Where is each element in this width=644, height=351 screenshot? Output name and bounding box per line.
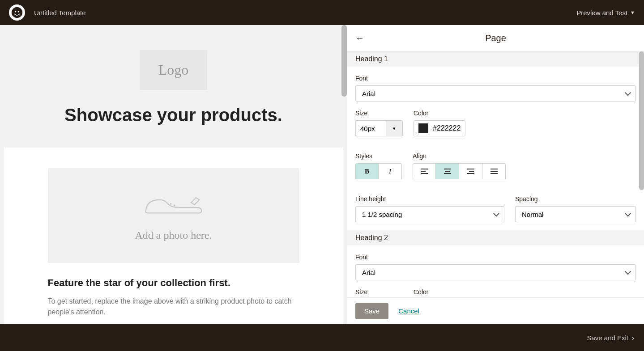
spacing-label: Spacing [515,195,636,203]
section-heading-1: Heading 1 [347,51,644,67]
align-left-icon [421,169,428,174]
h1-color-field: Color #222222 [414,110,465,136]
font-label: Font [355,254,636,261]
canvas-paragraph-1[interactable]: To get started, replace the image above … [48,296,299,317]
section-body-2: Font Arial Size 34px ▾ Color #222222 [347,245,644,297]
app-logo[interactable] [9,4,25,21]
canvas-header-region: Logo Showcase your products. [4,25,343,148]
bold-button[interactable]: B [355,163,379,179]
h1-font-select[interactable]: Arial [355,85,636,101]
h1-font-field: Font Arial [355,75,636,101]
align-left-button[interactable] [413,163,436,179]
chevron-right-icon: › [632,334,634,342]
logo-placeholder[interactable]: Logo [140,50,208,90]
svg-point-4 [173,204,175,206]
work-area: Logo Showcase your products. Add a photo… [0,25,644,324]
panel-scroll-area: Heading 1 Font Arial Size 40px ▾ Color [347,51,644,297]
canvas-column: Logo Showcase your products. Add a photo… [0,25,347,324]
align-center-icon [444,169,451,174]
italic-icon: I [389,168,391,175]
save-button[interactable]: Save [355,303,388,319]
canvas-subhead[interactable]: Feature the star of your collection firs… [48,277,299,289]
color-value: #222222 [433,124,461,132]
h1-spacing-select[interactable]: Normal [515,206,636,222]
template-title[interactable]: Untitled Template [34,9,86,17]
color-label: Color [414,288,465,296]
color-label: Color [414,110,465,117]
photo-caption: Add a photo here. [135,229,212,241]
h1-styles-group: B I [355,163,402,179]
h1-line-height-field: Line height 1 1/2 spacing [355,195,504,222]
section-heading-2: Heading 2 [347,230,644,245]
font-label: Font [355,75,636,82]
back-arrow-icon[interactable]: ← [355,33,364,43]
styles-label: Styles [355,152,402,160]
panel-header: ← Page [347,25,644,51]
h2-color-field: Color #222222 [414,288,465,297]
canvas-headline[interactable]: Showcase your products. [4,105,343,125]
h1-color-input[interactable]: #222222 [414,120,465,136]
color-swatch [418,123,428,133]
preview-label: Preview and Test [576,9,627,17]
svg-point-2 [18,11,19,12]
h1-spacing-field: Spacing Normal [515,195,636,222]
h2-font-field: Font Arial [355,254,636,280]
save-and-exit-button[interactable]: Save and Exit › [587,334,634,342]
preview-and-test-button[interactable]: Preview and Test ▼ [576,9,635,17]
chevron-down-icon: ▾ [393,126,396,131]
email-canvas[interactable]: Logo Showcase your products. Add a photo… [4,25,343,324]
italic-button[interactable]: I [379,163,402,179]
bold-icon: B [365,168,369,175]
align-center-button[interactable] [436,163,459,179]
h2-font-select[interactable]: Arial [355,264,636,280]
canvas-scrollbar[interactable] [341,25,347,97]
size-label: Size [355,110,403,117]
h1-size-stepper[interactable]: ▾ [386,120,403,136]
section-body-1: Font Arial Size 40px ▾ Color #222222 [347,67,644,230]
canvas-body-region: Add a photo here. Feature the star of yo… [4,148,343,324]
h2-size-field: Size 34px ▾ [355,288,403,297]
svg-point-1 [15,11,16,12]
align-right-button[interactable] [459,163,482,179]
h1-align-field: Align [413,152,506,179]
h1-align-group [413,163,506,179]
align-label: Align [413,152,506,160]
h1-line-height-select[interactable]: 1 1/2 spacing [355,206,504,222]
top-bar: Untitled Template Preview and Test ▼ [0,0,644,25]
shoe-icon [138,190,209,221]
cancel-link[interactable]: Cancel [398,307,419,315]
h1-size-control: 40px ▾ [355,120,403,136]
photo-placeholder[interactable]: Add a photo here. [48,168,299,263]
size-label: Size [355,288,403,296]
panel-scrollbar[interactable] [639,51,644,190]
mailchimp-icon [11,7,23,18]
h1-size-field: Size 40px ▾ [355,110,403,136]
bottom-bar: Save and Exit › [0,324,644,351]
panel-footer: Save Cancel [347,297,644,324]
svg-point-3 [170,203,171,205]
line-height-label: Line height [355,195,504,203]
align-justify-icon [490,169,498,174]
save-and-exit-label: Save and Exit [587,334,628,342]
h1-size-input[interactable]: 40px [355,120,386,136]
settings-panel: ← Page Heading 1 Font Arial Size 40px ▾ [347,25,644,324]
chevron-down-icon: ▼ [630,10,635,15]
align-right-icon [467,169,474,174]
top-bar-left: Untitled Template [9,4,86,21]
align-justify-button[interactable] [482,163,506,179]
svg-point-0 [12,7,22,18]
panel-title: Page [485,33,506,43]
h1-styles-field: Styles B I [355,152,402,179]
